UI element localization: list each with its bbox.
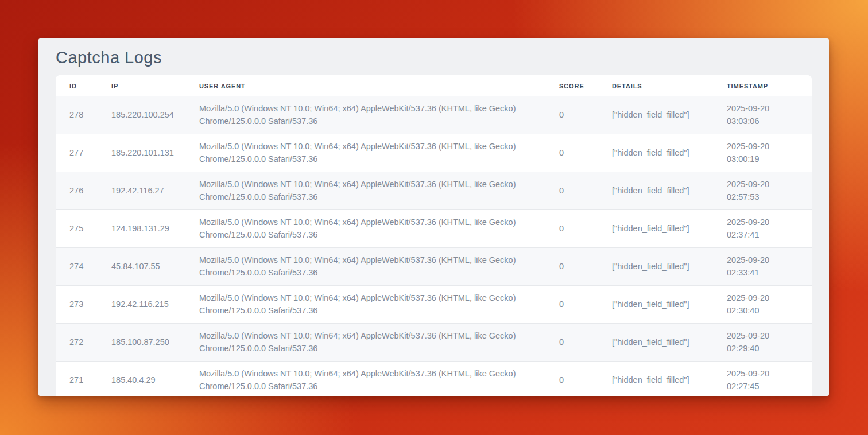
cell-details: ["hidden_field_filled"] xyxy=(598,172,713,210)
cell-ip: 124.198.131.29 xyxy=(98,210,185,248)
cell-user_agent: Mozilla/5.0 (Windows NT 10.0; Win64; x64… xyxy=(185,210,545,248)
cell-details: ["hidden_field_filled"] xyxy=(598,324,713,362)
cell-score: 0 xyxy=(545,134,598,172)
cell-score: 0 xyxy=(545,324,598,362)
cell-score: 0 xyxy=(545,248,598,286)
table-row: 278185.220.100.254Mozilla/5.0 (Windows N… xyxy=(56,96,812,134)
cell-ip: 45.84.107.55 xyxy=(98,248,185,286)
cell-details: ["hidden_field_filled"] xyxy=(598,96,713,134)
column-header-score: SCORE xyxy=(545,75,598,96)
captcha-logs-table: IDIPUSER AGENTSCOREDETAILSTIMESTAMP 2781… xyxy=(56,75,812,396)
cell-id: 276 xyxy=(56,172,98,210)
cell-id: 278 xyxy=(56,96,98,134)
table-row: 277185.220.101.131Mozilla/5.0 (Windows N… xyxy=(56,134,812,172)
cell-ip: 185.220.100.254 xyxy=(98,96,185,134)
cell-user_agent: Mozilla/5.0 (Windows NT 10.0; Win64; x64… xyxy=(185,324,545,362)
table-head: IDIPUSER AGENTSCOREDETAILSTIMESTAMP xyxy=(56,75,812,96)
cell-user_agent: Mozilla/5.0 (Windows NT 10.0; Win64; x64… xyxy=(185,134,545,172)
cell-details: ["hidden_field_filled"] xyxy=(598,134,713,172)
table-header-row: IDIPUSER AGENTSCOREDETAILSTIMESTAMP xyxy=(56,75,812,96)
logs-table-container: IDIPUSER AGENTSCOREDETAILSTIMESTAMP 2781… xyxy=(56,75,812,396)
table-row: 275124.198.131.29Mozilla/5.0 (Windows NT… xyxy=(56,210,812,248)
cell-user_agent: Mozilla/5.0 (Windows NT 10.0; Win64; x64… xyxy=(185,172,545,210)
cell-timestamp: 2025-09-20 02:37:41 xyxy=(713,210,812,248)
cell-id: 271 xyxy=(56,362,98,397)
cell-user_agent: Mozilla/5.0 (Windows NT 10.0; Win64; x64… xyxy=(185,362,545,397)
table-row: 27445.84.107.55Mozilla/5.0 (Windows NT 1… xyxy=(56,248,812,286)
cell-id: 273 xyxy=(56,286,98,324)
cell-details: ["hidden_field_filled"] xyxy=(598,362,713,397)
cell-user_agent: Mozilla/5.0 (Windows NT 10.0; Win64; x64… xyxy=(185,96,545,134)
column-header-user_agent: USER AGENT xyxy=(185,75,545,96)
cell-ip: 185.100.87.250 xyxy=(98,324,185,362)
cell-timestamp: 2025-09-20 03:00:19 xyxy=(713,134,812,172)
table-row: 276192.42.116.27Mozilla/5.0 (Windows NT … xyxy=(56,172,812,210)
cell-ip: 192.42.116.215 xyxy=(98,286,185,324)
cell-timestamp: 2025-09-20 02:30:40 xyxy=(713,286,812,324)
cell-user_agent: Mozilla/5.0 (Windows NT 10.0; Win64; x64… xyxy=(185,286,545,324)
table-row: 273192.42.116.215Mozilla/5.0 (Windows NT… xyxy=(56,286,812,324)
cell-id: 275 xyxy=(56,210,98,248)
page-title: Captcha Logs xyxy=(38,38,829,75)
cell-timestamp: 2025-09-20 03:03:06 xyxy=(713,96,812,134)
cell-score: 0 xyxy=(545,210,598,248)
cell-score: 0 xyxy=(545,172,598,210)
table-row: 272185.100.87.250Mozilla/5.0 (Windows NT… xyxy=(56,324,812,362)
page-background: { "page": { "title": "Captcha Logs" }, "… xyxy=(0,0,868,435)
table-row: 271185.40.4.29Mozilla/5.0 (Windows NT 10… xyxy=(56,362,812,397)
cell-id: 274 xyxy=(56,248,98,286)
cell-timestamp: 2025-09-20 02:33:41 xyxy=(713,248,812,286)
column-header-details: DETAILS xyxy=(598,75,713,96)
column-header-timestamp: TIMESTAMP xyxy=(713,75,812,96)
cell-timestamp: 2025-09-20 02:57:53 xyxy=(713,172,812,210)
table-body: 278185.220.100.254Mozilla/5.0 (Windows N… xyxy=(56,96,812,397)
cell-timestamp: 2025-09-20 02:29:40 xyxy=(713,324,812,362)
cell-details: ["hidden_field_filled"] xyxy=(598,248,713,286)
cell-user_agent: Mozilla/5.0 (Windows NT 10.0; Win64; x64… xyxy=(185,248,545,286)
cell-score: 0 xyxy=(545,96,598,134)
cell-ip: 185.40.4.29 xyxy=(98,362,185,397)
cell-id: 272 xyxy=(56,324,98,362)
column-header-ip: IP xyxy=(98,75,185,96)
cell-details: ["hidden_field_filled"] xyxy=(598,286,713,324)
cell-score: 0 xyxy=(545,362,598,397)
column-header-id: ID xyxy=(56,75,98,96)
cell-details: ["hidden_field_filled"] xyxy=(598,210,713,248)
cell-timestamp: 2025-09-20 02:27:45 xyxy=(713,362,812,397)
cell-ip: 185.220.101.131 xyxy=(98,134,185,172)
cell-ip: 192.42.116.27 xyxy=(98,172,185,210)
captcha-logs-panel: Captcha Logs IDIPUSER AGENTSCOREDETAILST… xyxy=(38,38,829,396)
cell-id: 277 xyxy=(56,134,98,172)
cell-score: 0 xyxy=(545,286,598,324)
